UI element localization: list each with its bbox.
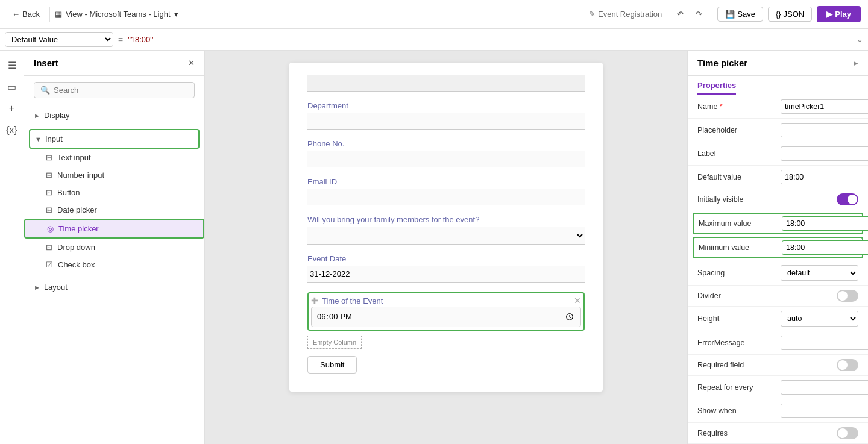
prop-label-error: ErrorMessage xyxy=(697,339,776,347)
topbar-divider xyxy=(49,7,50,22)
undo-button[interactable]: ↶ xyxy=(672,7,688,21)
prop-toggle-visible[interactable] xyxy=(837,193,858,205)
display-section-label: Display xyxy=(44,111,70,120)
code-icon[interactable]: {x} xyxy=(2,120,22,140)
hamburger-icon[interactable]: ☰ xyxy=(2,55,22,75)
sidebar-item-button[interactable]: ⊡ Button xyxy=(24,184,204,201)
date-input[interactable] xyxy=(307,266,585,283)
sidebar-item-date-picker[interactable]: ⊞ Date picker xyxy=(24,201,204,219)
prop-select-spacing[interactable]: default xyxy=(781,265,858,281)
prop-input-placeholder[interactable] xyxy=(781,123,868,137)
pencil-icon: ✎ xyxy=(589,10,596,19)
play-label: Play xyxy=(835,10,851,19)
prop-label-height: Height xyxy=(697,314,776,323)
prop-label-divider: Divider xyxy=(697,292,776,300)
teams-icon: ▦ xyxy=(55,10,62,19)
prop-label-show-when: Show when xyxy=(697,407,776,415)
prop-label-repeat: Repeat for every xyxy=(697,383,776,392)
undo-redo-group: ↶ ↷ xyxy=(672,7,707,21)
phone-input[interactable] xyxy=(307,151,585,167)
prop-input-error[interactable] xyxy=(781,336,868,350)
layout-section-header[interactable]: ► Layout xyxy=(24,278,204,296)
form-field-name xyxy=(307,75,585,92)
formula-bar: Default Value = "18:00" ⌄ xyxy=(0,29,868,51)
family-select[interactable] xyxy=(307,227,585,245)
tab-properties[interactable]: Properties xyxy=(697,81,736,95)
sidebar-close-icon[interactable]: ✕ xyxy=(188,58,195,67)
properties-list: Name Placeholder Label Default value Ini… xyxy=(688,95,868,444)
prop-label-requires: Requires xyxy=(697,429,776,437)
back-button[interactable]: ← Back xyxy=(7,7,45,21)
redo-button[interactable]: ↷ xyxy=(691,7,707,21)
prop-toggle-requires[interactable] xyxy=(837,427,858,439)
input-section: ▼ Input ⊟ Text input ⊟ Number input ⊡ Bu… xyxy=(24,127,204,276)
json-label: JSON xyxy=(784,10,805,19)
sidebar-item-check-box[interactable]: ☑ Check box xyxy=(24,256,204,274)
text-input-icon: ⊟ xyxy=(46,153,52,162)
time-input[interactable] xyxy=(311,307,581,327)
prop-row-visible: Initially visible xyxy=(688,189,868,210)
form-field-department: Department xyxy=(307,101,585,130)
view-label: View - Microsoft Teams - Light xyxy=(66,10,171,19)
prop-toggle-divider[interactable] xyxy=(837,290,858,302)
time-picker-close-icon[interactable]: ✕ xyxy=(574,296,581,305)
form-field-date: Event Date xyxy=(307,254,585,283)
formula-expand-icon[interactable]: ⌄ xyxy=(857,35,863,44)
prop-input-max[interactable] xyxy=(782,216,868,231)
app-name: ✎ Event Registration xyxy=(589,10,662,19)
email-input[interactable] xyxy=(307,189,585,205)
prop-input-default[interactable] xyxy=(781,170,868,184)
sidebar-item-number-input[interactable]: ⊟ Number input xyxy=(24,166,204,184)
prop-row-default: Default value xyxy=(688,166,868,189)
department-input[interactable] xyxy=(307,113,585,130)
play-button[interactable]: ▶ Play xyxy=(817,6,861,22)
family-label: Will you bring your family members for t… xyxy=(307,215,585,224)
prop-label-label: Label xyxy=(697,149,776,158)
input-section-label: Input xyxy=(45,134,63,143)
sidebar-item-label: Drop down xyxy=(57,243,95,252)
right-panel-tabs: Properties xyxy=(688,76,868,95)
prop-row-repeat: Repeat for every xyxy=(688,376,868,399)
right-panel-expand-icon[interactable]: ▸ xyxy=(854,58,858,67)
prop-input-name[interactable] xyxy=(781,99,868,114)
sidebar-item-label: Button xyxy=(57,188,80,197)
property-selector[interactable]: Default Value xyxy=(5,32,113,47)
sidebar-item-drop-down[interactable]: ⊡ Drop down xyxy=(24,239,204,256)
sidebar-title: Insert xyxy=(34,58,58,68)
prop-input-min[interactable] xyxy=(782,240,868,255)
email-label: Email ID xyxy=(307,177,585,186)
prop-input-repeat[interactable] xyxy=(781,380,868,395)
drop-down-icon: ⊡ xyxy=(46,243,52,252)
layers-icon[interactable]: ▭ xyxy=(2,77,22,96)
prop-input-show-when[interactable] xyxy=(781,404,868,418)
time-picker-wrapper: ✚ Time of the Event ✕ xyxy=(307,292,585,331)
input-section-header[interactable]: ▼ Input xyxy=(29,129,200,149)
submit-button[interactable]: Submit xyxy=(307,356,357,374)
prop-input-label[interactable] xyxy=(781,146,868,161)
prop-select-height[interactable]: auto xyxy=(781,311,858,327)
search-input[interactable] xyxy=(54,86,188,95)
display-section-header[interactable]: ► Display xyxy=(24,107,204,124)
view-selector[interactable]: ▦ View - Microsoft Teams - Light ▾ xyxy=(55,10,178,19)
app-name-label: Event Registration xyxy=(598,10,662,19)
sidebar-item-label: Number input xyxy=(57,170,104,180)
save-icon: 💾 xyxy=(725,10,735,19)
prop-label-spacing: Spacing xyxy=(697,269,776,277)
search-box[interactable]: 🔍 xyxy=(34,82,195,98)
chevron-right-icon: ► xyxy=(34,284,40,291)
back-arrow-icon: ← xyxy=(12,10,20,19)
time-picker-move-icon[interactable]: ✚ xyxy=(311,296,318,305)
sidebar-item-text-input[interactable]: ⊟ Text input xyxy=(24,149,204,166)
sidebar-item-time-picker[interactable]: ◎ Time picker xyxy=(24,219,204,239)
prop-label-default: Default value xyxy=(697,173,776,181)
prop-toggle-required[interactable] xyxy=(837,359,858,371)
date-label: Event Date xyxy=(307,254,585,263)
name-input[interactable] xyxy=(307,75,585,92)
prop-label-placeholder: Placeholder xyxy=(697,126,776,134)
plus-icon[interactable]: + xyxy=(2,99,22,118)
json-button[interactable]: {} JSON xyxy=(768,7,812,22)
chevron-right-icon: ► xyxy=(34,112,40,119)
save-button[interactable]: 💾 Save xyxy=(717,7,763,22)
prop-label-visible: Initially visible xyxy=(697,195,776,204)
right-panel-title: Time picker xyxy=(697,58,747,68)
